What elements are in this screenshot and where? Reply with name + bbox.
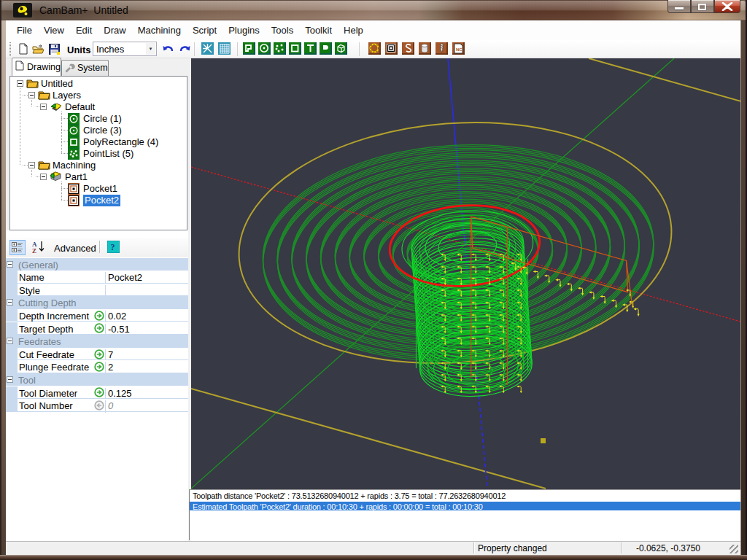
svg-text:NC: NC xyxy=(456,47,462,52)
svg-text:?: ? xyxy=(111,242,115,252)
svg-text:Z: Z xyxy=(32,247,36,254)
